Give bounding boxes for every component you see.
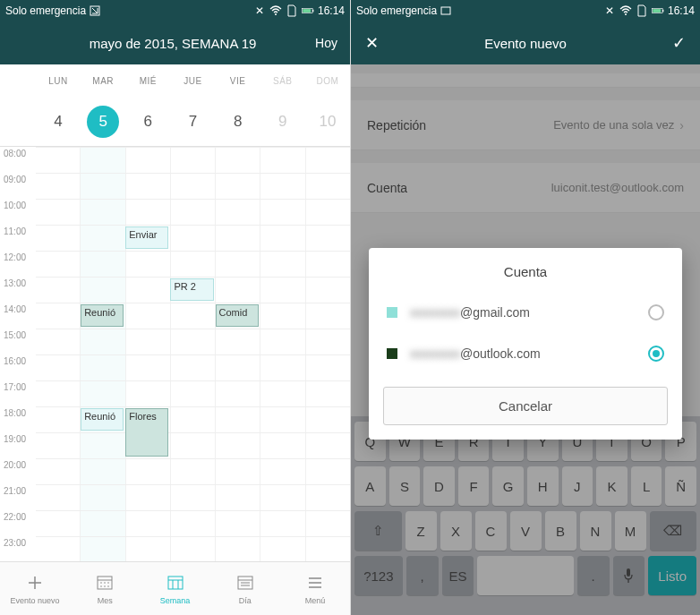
hour-label: 23:00 [0, 536, 36, 561]
daynum-row: 45678910 [0, 97, 350, 147]
svg-rect-24 [441, 7, 450, 14]
weekday-label: MAR [81, 76, 125, 86]
window-icon [440, 4, 452, 17]
phone-calendar: Solo emergencia ✕ 16:14 mayo de 2015, SE… [0, 0, 350, 615]
nav-icon [25, 573, 45, 593]
calendar-grid[interactable]: 08:0009:0010:0011:0012:0013:0014:0015:00… [0, 147, 350, 561]
calendar-header: mayo de 2015, SEMANA 19 Hoy [0, 21, 350, 64]
bottom-nav: Evento nuevoMesSemanaDíaMenú [0, 561, 350, 615]
nav-día[interactable]: Día [210, 562, 280, 615]
hour-label: 08:00 [0, 147, 36, 173]
carrier-label: Solo emergencia [5, 4, 86, 17]
battery-icon [652, 4, 664, 17]
carrier-label: Solo emergencia [356, 4, 437, 17]
nav-label: Semana [160, 596, 191, 605]
account-option[interactable]: xxxxxxxx@outlook.com [369, 333, 682, 374]
svg-rect-13 [168, 577, 183, 589]
status-bar: Solo emergencia ✕ 16:14 [0, 0, 350, 21]
weekday-row: LUNMARMIÉJUEVIESÁBDOM [0, 64, 350, 97]
svg-point-9 [107, 582, 109, 584]
day-number[interactable]: 4 [36, 113, 81, 131]
close-icon[interactable]: ✕ [365, 33, 379, 53]
sim-icon [286, 4, 298, 17]
account-name: xxxxxxxx@outlook.com [410, 346, 648, 361]
day-number[interactable]: 5 [81, 106, 125, 138]
cancel-button[interactable]: Cancelar [383, 387, 668, 425]
nav-icon [166, 573, 185, 593]
nav-label: Evento nuevo [11, 596, 60, 605]
hour-label: 21:00 [0, 484, 36, 510]
hour-label: 10:00 [0, 199, 36, 225]
battery-icon [302, 4, 314, 17]
hour-label: 14:00 [0, 303, 36, 329]
svg-rect-4 [303, 9, 311, 13]
weekday-label: LUN [36, 76, 81, 86]
hour-label: 13:00 [0, 277, 36, 303]
nav-menú[interactable]: Menú [280, 562, 350, 615]
account-color-icon [387, 348, 397, 359]
nav-label: Día [239, 596, 252, 605]
svg-rect-27 [662, 10, 663, 13]
account-name: xxxxxxxx@gmail.com [410, 305, 648, 320]
confirm-icon[interactable]: ✓ [672, 33, 686, 53]
svg-point-7 [100, 582, 102, 584]
nav-icon [305, 573, 325, 593]
hour-label: 17:00 [0, 380, 36, 406]
hour-label: 12:00 [0, 251, 36, 277]
calendar-title[interactable]: mayo de 2015, SEMANA 19 [30, 36, 315, 51]
hour-label: 20:00 [0, 458, 36, 484]
form-area: Repetición Evento de una sola vez › Cuen… [351, 64, 700, 615]
account-option[interactable]: xxxxxxxx@gmail.com [369, 292, 682, 333]
expand-icon [89, 4, 101, 17]
nav-label: Mes [98, 596, 113, 605]
calendar-event[interactable]: Comid [216, 304, 259, 327]
svg-point-12 [107, 585, 109, 587]
weekday-label: SÁB [260, 76, 305, 86]
day-number[interactable]: 10 [305, 113, 350, 131]
wifi-icon [269, 4, 282, 17]
weekday-label: JUE [170, 76, 215, 86]
calendar-event[interactable]: PR 2 [170, 278, 213, 301]
hour-label: 18:00 [0, 406, 36, 432]
day-number[interactable]: 9 [260, 113, 305, 131]
hour-label: 15:00 [0, 329, 36, 354]
svg-rect-28 [653, 9, 661, 13]
weekday-label: MIÉ [125, 76, 170, 86]
day-number[interactable]: 6 [125, 113, 170, 131]
clock-label: 16:14 [668, 4, 695, 17]
nav-semana[interactable]: Semana [140, 562, 209, 615]
hour-label: 22:00 [0, 510, 36, 536]
svg-point-10 [100, 585, 102, 587]
calendar-event[interactable]: Flores [125, 408, 168, 457]
calendar-event[interactable]: Reunió [81, 304, 124, 327]
nav-label: Menú [305, 596, 326, 605]
new-event-header: ✕ Evento nuevo ✓ [351, 21, 700, 64]
calendar-event[interactable]: Reunió [81, 408, 124, 431]
nav-icon [235, 573, 255, 593]
status-bar: Solo emergencia ✕ 16:14 [351, 0, 700, 21]
hour-label: 19:00 [0, 432, 36, 458]
dialog-title: Cuenta [369, 248, 682, 292]
account-dialog: Cuenta xxxxxxxx@gmail.comxxxxxxxx@outloo… [369, 248, 682, 440]
wifi-icon [619, 4, 632, 17]
nav-evento-nuevo[interactable]: Evento nuevo [0, 562, 70, 615]
sim-icon [636, 4, 648, 17]
svg-point-1 [275, 13, 277, 15]
weekday-label: DOM [305, 76, 350, 86]
silent-icon: ✕ [253, 4, 266, 17]
day-number[interactable]: 8 [216, 113, 260, 131]
today-button[interactable]: Hoy [315, 36, 337, 50]
nav-icon [95, 573, 115, 593]
hour-label: 11:00 [0, 225, 36, 251]
phone-new-event: Solo emergencia ✕ 16:14 ✕ Evento nuevo ✓ [350, 0, 700, 615]
calendar-event[interactable]: Enviar [125, 226, 168, 249]
nav-mes[interactable]: Mes [70, 562, 140, 615]
silent-icon: ✕ [603, 4, 616, 17]
account-color-icon [387, 307, 397, 318]
svg-rect-3 [312, 10, 313, 13]
svg-point-25 [625, 13, 627, 15]
radio-icon [648, 346, 664, 362]
radio-icon [648, 304, 664, 320]
new-event-title: Evento nuevo [379, 36, 672, 51]
day-number[interactable]: 7 [170, 113, 215, 131]
